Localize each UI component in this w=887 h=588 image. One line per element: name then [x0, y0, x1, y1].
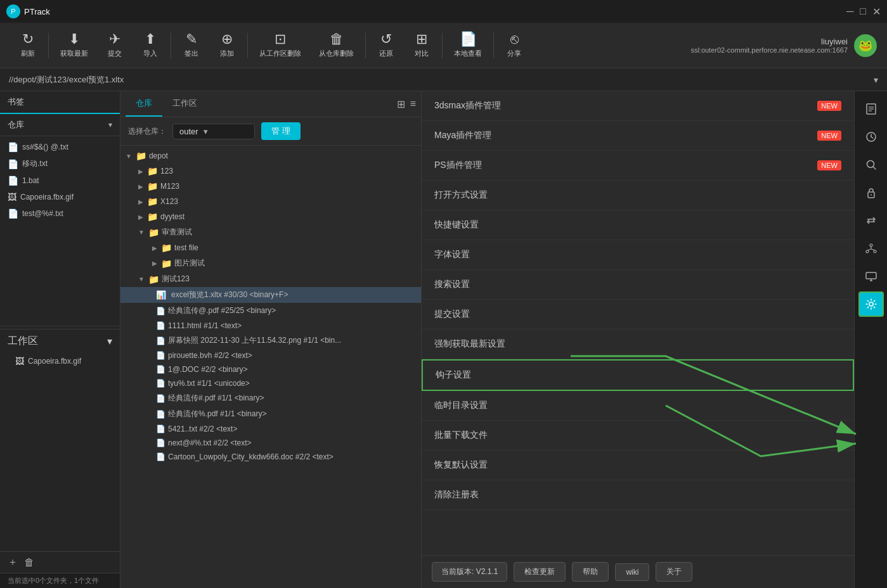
list-view-icon[interactable]: ≡	[410, 98, 416, 110]
html-icon: 📄	[156, 321, 165, 330]
toolbar-get-latest[interactable]: ⬇ 获取最新	[51, 32, 97, 58]
add-bookmark-icon[interactable]: ＋	[8, 556, 18, 569]
iconbar-monitor[interactable]	[858, 264, 884, 289]
maximize-button[interactable]: □	[860, 6, 866, 17]
settings-batch-download[interactable]: 批量下载文件	[422, 421, 854, 451]
toolbar-delete-workspace[interactable]: ⊡ 从工作区删除	[250, 32, 310, 58]
settings-force-get[interactable]: 强制获取最新设置	[422, 329, 854, 359]
folder-name-m123: M123	[160, 182, 179, 191]
bookmark-file-1[interactable]: 📄 ss#$&() @.txt	[0, 139, 120, 155]
folder-icon-audit: 📁	[148, 227, 159, 238]
settings-font[interactable]: 字体设置	[422, 240, 854, 270]
tree-node-m123[interactable]: ▶ 📁 M123	[120, 179, 421, 194]
bookmark-file-3[interactable]: 📄 1.bat	[0, 172, 120, 189]
tree-node-tyu[interactable]: 📄 tyu%.txt #1/1 <unicode>	[120, 376, 421, 390]
tree-node-dyytest[interactable]: ▶ 📁 dyytest	[120, 209, 421, 224]
toolbar-refresh[interactable]: ↻ 刷新	[10, 32, 46, 58]
iconbar-search[interactable]	[858, 152, 884, 177]
png-name: 屏幕快照 2022-11-30 上午11.54.32.png #1/1 <bin…	[168, 335, 341, 346]
diff-icon: ⊞	[416, 32, 427, 46]
tree-node-pdf1[interactable]: 📄 经典流传@.pdf #25/25 <binary>	[120, 303, 421, 319]
close-button[interactable]: ✕	[872, 6, 881, 18]
tab-workarea[interactable]: 工作区	[162, 91, 207, 117]
depot-select-label: 选择仓库：	[128, 126, 166, 137]
workarea-file-1[interactable]: 🖼 Capoeira.fbx.gif	[8, 353, 112, 369]
settings-open-method[interactable]: 打开方式设置	[422, 181, 854, 210]
toolbar-local-view[interactable]: 📄 本地查看	[445, 32, 491, 58]
toolbar-share[interactable]: ⎋ 分享	[496, 32, 532, 58]
depot-select-box[interactable]: outer ▾	[172, 124, 255, 139]
tree-node-pdf3[interactable]: 📄 经典流传%.pdf #1/1 <binary>	[120, 406, 421, 422]
depot-sidebar-header[interactable]: 仓库 ▾	[0, 114, 120, 136]
settings-clear-registry[interactable]: 清除注册表	[422, 480, 854, 510]
toolbar-import[interactable]: ⬆ 导入	[133, 32, 168, 58]
minimize-button[interactable]: ─	[846, 6, 853, 17]
5421-name: 5421..txt #2/2 <text>	[168, 425, 237, 433]
settings-restore-default[interactable]: 恢复默认设置	[422, 451, 854, 480]
tree-node-doc1[interactable]: 📄 1@.DOC #2/2 <binary>	[120, 362, 421, 376]
settings-search[interactable]: 搜索设置	[422, 270, 854, 300]
iconbar-merge[interactable]	[858, 208, 884, 233]
tree-node-5421[interactable]: 📄 5421..txt #2/2 <text>	[120, 422, 421, 436]
bookmark-file-4[interactable]: 🖼 Capoeira.fbx.gif	[0, 189, 120, 205]
svg-point-13	[870, 244, 872, 246]
iconbar-history[interactable]	[858, 124, 884, 150]
iconbar-network[interactable]	[858, 236, 884, 261]
toolbar-submit[interactable]: ✈ 提交	[97, 32, 133, 58]
settings-maya[interactable]: Maya插件管理 NEW	[422, 121, 854, 151]
pdf1-icon: 📄	[156, 307, 165, 316]
tree-node-png[interactable]: 📄 屏幕快照 2022-11-30 上午11.54.32.png #1/1 <b…	[120, 333, 421, 348]
excel-filename: excel预览1.xltx #30/30 <binary+F>	[171, 290, 288, 300]
tree-node-pdf2[interactable]: 📄 经典流传#.pdf #1/1 <binary>	[120, 390, 421, 406]
bookmarks-header[interactable]: 书签	[0, 91, 120, 114]
about-button[interactable]: 关于	[656, 562, 692, 582]
iconbar-lock[interactable]	[858, 180, 884, 205]
depot-selected-value: outer	[179, 127, 198, 136]
grid-view-icon[interactable]: ⊞	[397, 98, 405, 110]
tree-node-depot[interactable]: ▼ 📁 depot	[120, 148, 421, 163]
delete-bookmark-icon[interactable]: 🗑	[24, 557, 34, 568]
tree-node-cartoon[interactable]: 📄 Cartoon_Lowpoly_City_kkdw666.doc #2/2 …	[120, 450, 421, 464]
bookmark-file-5[interactable]: 📄 test@%#.txt	[0, 205, 120, 222]
toolbar-revert[interactable]: ↺ 还原	[368, 32, 404, 58]
pdf1-name: 经典流传@.pdf #25/25 <binary>	[168, 305, 276, 316]
settings-ps[interactable]: PS插件管理 NEW	[422, 151, 854, 181]
settings-open-method-label: 打开方式设置	[434, 189, 488, 201]
workarea-file-list: 🖼 Capoeira.fbx.gif	[0, 353, 120, 369]
bookmark-file-2[interactable]: 📄 移动.txt	[0, 155, 120, 172]
tree-node-img-test[interactable]: ▶ 📁 图片测试	[120, 255, 421, 271]
settings-hook[interactable]: 钩子设置	[422, 359, 854, 391]
breadcrumb-arrow[interactable]: ▾	[874, 75, 878, 85]
tab-depot[interactable]: 仓库	[126, 91, 162, 117]
tree-node-testfile[interactable]: ▶ 📁 test file	[120, 240, 421, 255]
check-update-button[interactable]: 检查更新	[514, 562, 566, 582]
settings-clear-registry-label: 清除注册表	[434, 489, 479, 501]
toolbar-diff[interactable]: ⊞ 对比	[404, 32, 439, 58]
settings-3dsmax[interactable]: 3dsmax插件管理 NEW	[422, 91, 854, 121]
manage-button[interactable]: 管 理	[261, 122, 301, 140]
wiki-button[interactable]: wiki	[615, 563, 649, 581]
tree-node-next[interactable]: 📄 next@#%.txt #2/2 <text>	[120, 436, 421, 450]
iconbar-gear[interactable]	[858, 291, 884, 317]
share-label: 分享	[507, 49, 521, 58]
settings-submit[interactable]: 提交设置	[422, 300, 854, 329]
breadcrumb-path: //depot/测试123/excel预览1.xltx	[9, 74, 124, 86]
tree-node-excel[interactable]: 📊 excel预览1.xltx #30/30 <binary+F>	[120, 287, 421, 303]
folder-name-audit: 审查测试	[162, 227, 192, 238]
tree-node-x123[interactable]: ▶ 📁 X123	[120, 194, 421, 209]
toolbar-add[interactable]: ⊕ 添加	[209, 32, 245, 58]
toolbar-delete-depot[interactable]: 🗑 从仓库删除	[310, 32, 363, 58]
settings-temp-dir[interactable]: 临时目录设置	[422, 391, 854, 421]
tree-node-123[interactable]: ▶ 📁 123	[120, 163, 421, 179]
tree-node-html[interactable]: 📄 1111.html #1/1 <text>	[120, 319, 421, 333]
tree-node-audit[interactable]: ▼ 📁 审查测试	[120, 224, 421, 240]
help-button[interactable]: 帮助	[572, 562, 609, 582]
tree-node-bvh[interactable]: 📄 pirouette.bvh #2/2 <text>	[120, 348, 421, 362]
toolbar-checkout[interactable]: ✎ 签出	[174, 32, 209, 58]
workarea-header[interactable]: 工作区 ▾	[0, 329, 120, 353]
tree-node-test123[interactable]: ▼ 📁 测试123	[120, 271, 421, 287]
iconbar-doc[interactable]	[858, 96, 884, 122]
import-label: 导入	[143, 49, 157, 58]
settings-shortcuts[interactable]: 快捷键设置	[422, 210, 854, 240]
revert-label: 还原	[379, 49, 393, 58]
